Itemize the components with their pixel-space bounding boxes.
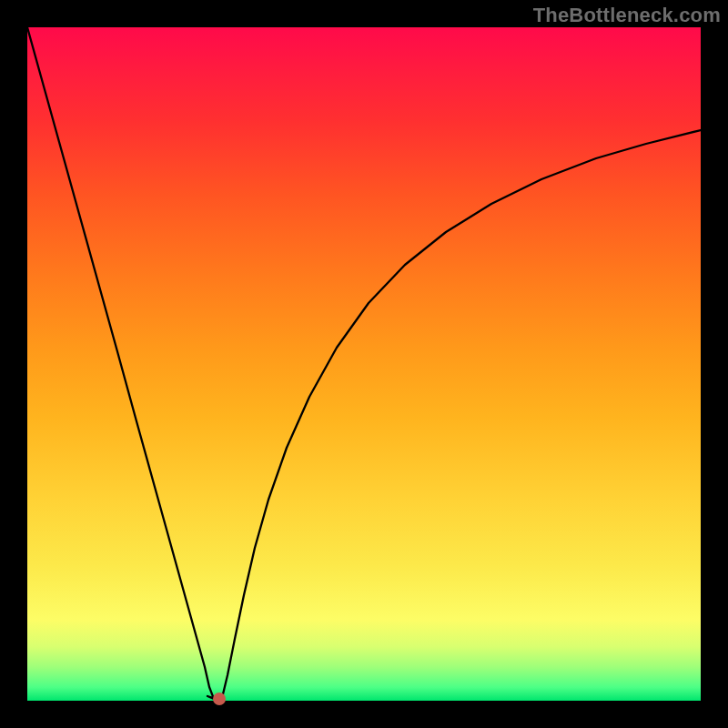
plot-area	[27, 27, 701, 701]
frame: TheBottleneck.com	[0, 0, 728, 728]
minimum-marker-dot	[213, 693, 226, 705]
watermark-text: TheBottleneck.com	[533, 4, 721, 27]
curve-path	[27, 27, 701, 699]
bottleneck-curve	[27, 27, 701, 701]
